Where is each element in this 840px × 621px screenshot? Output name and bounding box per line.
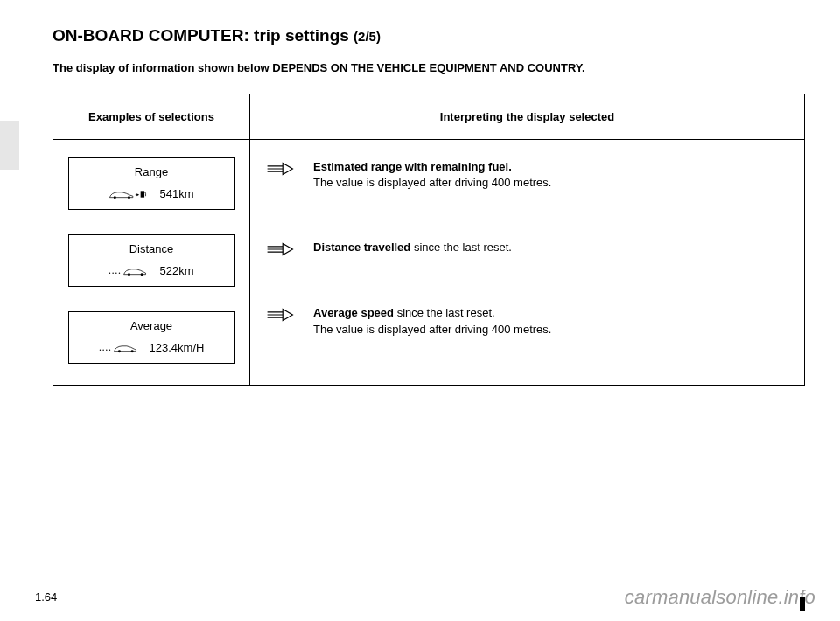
interp-range-rest: The value is displayed after driving 400… <box>313 176 551 189</box>
interp-range-bold: Estimated range with remaining fuel. <box>313 160 512 173</box>
example-range-value: 541km <box>159 187 193 200</box>
interp-average-inline: since the last reset. <box>394 306 495 319</box>
svg-point-12 <box>108 349 109 350</box>
header-interpreting: Interpreting the display selected <box>250 94 805 140</box>
example-average-label: Average <box>74 319 228 332</box>
interp-range: Estimated range with remaining fuel. The… <box>261 152 794 233</box>
header-examples: Examples of selections <box>53 94 250 140</box>
watermark: carmanualsonline.info <box>625 586 816 609</box>
title-sub: (2/5) <box>354 29 381 44</box>
page-number: 1.64 <box>35 590 57 604</box>
example-distance-value: 522km <box>159 264 193 277</box>
examples-cell: Range 541km <box>53 140 250 386</box>
svg-point-10 <box>102 349 103 350</box>
settings-table: Examples of selections Interpreting the … <box>52 94 805 386</box>
svg-point-6 <box>119 272 120 273</box>
svg-rect-2 <box>141 191 144 197</box>
car-dots-icon <box>99 342 137 354</box>
page-title: ON-BOARD COMPUTER: trip settings (2/5) <box>52 26 805 45</box>
svg-point-14 <box>130 350 133 352</box>
arrow-icon <box>266 242 294 256</box>
example-distance: Distance 522km <box>68 234 234 287</box>
corner-mark <box>800 597 805 611</box>
example-distance-label: Distance <box>74 242 228 255</box>
notice-text: The display of information shown below D… <box>52 61 805 74</box>
interp-average-rest: The value is displayed after driving 400… <box>313 323 551 336</box>
svg-point-1 <box>128 196 130 199</box>
example-average-value: 123.4km/H <box>150 341 205 354</box>
svg-point-3 <box>109 272 110 273</box>
svg-point-11 <box>106 349 107 350</box>
interp-distance-inline: since the last reset. <box>410 241 512 254</box>
svg-point-9 <box>99 349 100 350</box>
svg-point-0 <box>114 196 116 199</box>
interp-average-bold: Average speed <box>313 306 394 319</box>
arrow-icon <box>266 162 294 176</box>
svg-point-5 <box>116 272 117 273</box>
side-tab <box>0 121 19 170</box>
interpretation-cell: Estimated range with remaining fuel. The… <box>250 140 805 386</box>
car-fuel-icon <box>108 188 147 200</box>
svg-point-4 <box>113 272 114 273</box>
svg-point-13 <box>118 350 121 352</box>
title-main: ON-BOARD COMPUTER: trip settings <box>52 26 354 45</box>
arrow-icon <box>266 308 294 322</box>
interp-distance-text: Distance travelled since the last reset. <box>313 240 512 255</box>
interp-distance-bold: Distance travelled <box>313 241 410 254</box>
car-dots-icon <box>108 265 147 277</box>
example-range-label: Range <box>74 165 228 178</box>
interp-average-text: Average speed since the last reset. The … <box>313 305 551 337</box>
svg-point-7 <box>128 273 130 276</box>
svg-point-8 <box>141 273 144 276</box>
interp-average: Average speed since the last reset. The … <box>261 298 794 344</box>
interp-range-text: Estimated range with remaining fuel. The… <box>313 159 551 191</box>
example-range: Range 541km <box>68 157 234 210</box>
example-average: Average 123.4km/H <box>68 311 234 364</box>
interp-distance: Distance travelled since the last reset. <box>261 233 794 298</box>
